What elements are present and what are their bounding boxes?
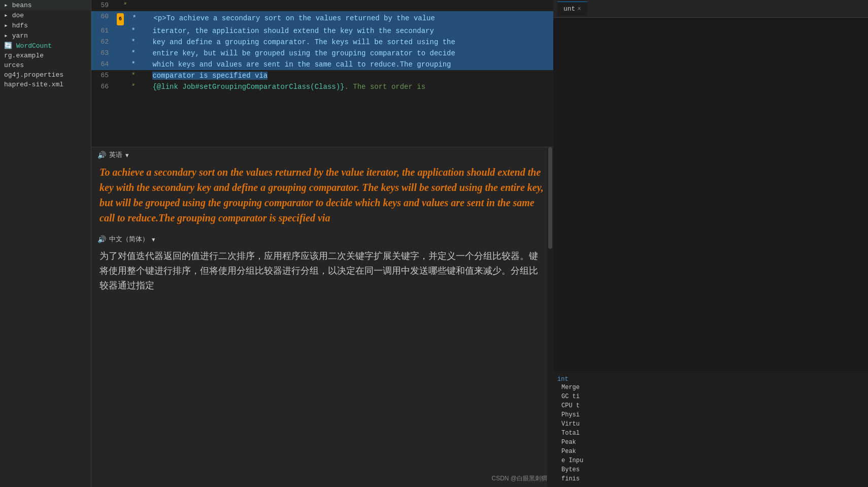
line-number-60: 60 bbox=[91, 11, 117, 22]
code-line-62: 62 * key and define a grouping comparato… bbox=[91, 37, 553, 48]
source-lang-row: 🔊 英语 ▾ bbox=[91, 147, 553, 163]
int-label: int bbox=[557, 376, 569, 383]
class-icon: 🔄 bbox=[4, 42, 12, 50]
line-number-59: 59 bbox=[91, 0, 117, 11]
line-number-62: 62 bbox=[91, 37, 117, 48]
source-translation-text: To achieve a secondary sort on the value… bbox=[91, 163, 553, 232]
line-number-64: 64 bbox=[91, 59, 117, 70]
tree-item-doe[interactable]: ▸ doe bbox=[0, 10, 91, 20]
line-content-64: * which keys and values are sent in the … bbox=[117, 59, 451, 70]
tree-item-org-example[interactable]: rg.example bbox=[0, 51, 91, 60]
target-lang-row: 🔊 中文（简体） ▾ bbox=[91, 232, 553, 247]
speaker-icon-source[interactable]: 🔊 bbox=[97, 151, 106, 159]
target-lang-dropdown[interactable]: ▾ bbox=[152, 236, 155, 243]
source-lang-label: 英语 bbox=[109, 150, 122, 159]
line-badge-60: 6 bbox=[117, 13, 124, 25]
code-line-66: 66 * {@link Job#setGroupingComparatorCla… bbox=[91, 81, 553, 92]
metric-inpu: e Inpu bbox=[557, 457, 864, 465]
metric-virtu: Virtu bbox=[557, 420, 864, 428]
app-window: ▸ beans ▸ doe ▸ hdfs ▸ yarn 🔄 WordCount … bbox=[0, 0, 868, 487]
code-line-61: 61 * iterator, the application should ex… bbox=[91, 25, 553, 37]
code-line-60: 60 6 * <p>To achieve a secondary sort on… bbox=[91, 11, 553, 25]
line-content-61: * iterator, the application should exten… bbox=[117, 25, 434, 37]
scroll-track[interactable] bbox=[547, 147, 553, 487]
line-content-63: * entire key, but will be grouped using … bbox=[117, 48, 455, 59]
metric-physi: Physi bbox=[557, 411, 864, 419]
line-content-66: * {@link Job#setGroupingComparatorClass(… bbox=[117, 81, 425, 92]
metric-peak2: Peak bbox=[557, 447, 864, 456]
tab-close-button[interactable]: × bbox=[577, 6, 581, 13]
tree-item-log4j[interactable]: og4j.properties bbox=[0, 70, 91, 80]
line-number-66: 66 bbox=[91, 81, 117, 92]
metric-peak1: Peak bbox=[557, 438, 864, 446]
tree-item-hdfs[interactable]: ▸ hdfs bbox=[0, 20, 91, 30]
line-number-63: 63 bbox=[91, 48, 117, 59]
metric-merge: Merge bbox=[557, 383, 864, 392]
line-number-65: 65 bbox=[91, 70, 117, 81]
tree-item-yarn[interactable]: ▸ yarn bbox=[0, 30, 91, 41]
scroll-thumb[interactable] bbox=[548, 147, 552, 249]
metric-gc: GC ti bbox=[557, 393, 864, 401]
metric-bytes: Bytes bbox=[557, 466, 864, 474]
metrics-panel: Merge GC ti CPU t Physi Virtu Total bbox=[553, 383, 868, 483]
target-lang-label: 中文（简体） bbox=[109, 235, 149, 244]
console-row-int: int bbox=[553, 375, 868, 383]
watermark: CSDN @白眼黑刺猬 bbox=[491, 474, 547, 483]
line-number-61: 61 bbox=[91, 25, 117, 37]
tab-wordcount[interactable]: unt × bbox=[557, 2, 587, 16]
folder-icon: ▸ bbox=[4, 2, 8, 9]
tree-item-wordcount[interactable]: 🔄 WordCount bbox=[0, 41, 91, 51]
tree-item-mapred-site[interactable]: hapred-site.xml bbox=[0, 80, 91, 89]
speaker-icon-target[interactable]: 🔊 bbox=[97, 235, 106, 243]
code-line-63: 63 * entire key, but will be grouped usi… bbox=[91, 48, 553, 59]
line-content-59: * bbox=[117, 0, 127, 11]
target-translation-text: 为了对值迭代器返回的值进行二次排序，应用程序应该用二次关键字扩展关键字，并定义一… bbox=[91, 247, 553, 299]
code-line-64: 64 * which keys and values are sent in t… bbox=[91, 59, 553, 70]
line-content-65: * comparator is specified via bbox=[117, 70, 268, 81]
metric-total: Total bbox=[557, 429, 864, 437]
folder-icon: ▸ bbox=[4, 32, 8, 40]
code-line-65: 65 * comparator is specified via bbox=[91, 70, 553, 81]
tree-item-sources[interactable]: urces bbox=[0, 60, 91, 70]
code-editor: 59 * 60 6 * <p>To achieve a secondary so… bbox=[91, 0, 553, 147]
center-content: 59 * 60 6 * <p>To achieve a secondary so… bbox=[91, 0, 553, 487]
code-line-59: 59 * bbox=[91, 0, 553, 11]
metric-finis: finis bbox=[557, 475, 864, 483]
tree-item-beans[interactable]: ▸ beans bbox=[0, 0, 91, 10]
source-lang-dropdown[interactable]: ▾ bbox=[125, 151, 129, 159]
code-lines: 59 * 60 6 * <p>To achieve a secondary so… bbox=[91, 0, 553, 92]
project-tree: ▸ beans ▸ doe ▸ hdfs ▸ yarn 🔄 WordCount … bbox=[0, 0, 91, 487]
tab-bar: unt × bbox=[553, 0, 868, 18]
folder-icon: ▸ bbox=[4, 22, 8, 29]
line-content-60: * <p>To achieve a secondary sort on the … bbox=[126, 13, 435, 24]
console-panel: int Merge GC ti CPU t Physi Virtu bbox=[553, 371, 868, 487]
line-content-62: * key and define a grouping comparator. … bbox=[117, 37, 455, 48]
translation-section: 🔊 英语 ▾ To achieve a secondary sort on th… bbox=[91, 147, 553, 487]
right-dark-panel: unt × int Merge GC ti CPU t Physi bbox=[553, 0, 868, 487]
metric-cpu: CPU t bbox=[557, 402, 864, 410]
folder-icon: ▸ bbox=[4, 12, 8, 19]
